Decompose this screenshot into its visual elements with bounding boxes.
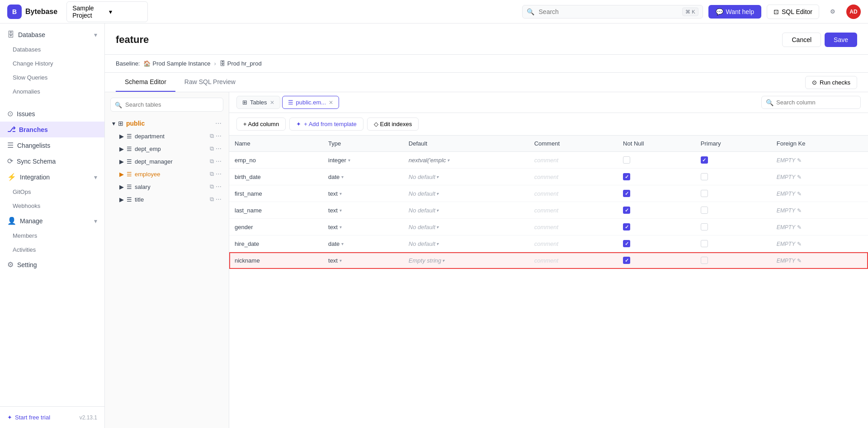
cell-default[interactable]: No default▾: [403, 235, 529, 252]
more-icon[interactable]: ⋯: [216, 158, 222, 165]
sidebar-item-integration[interactable]: ⚡ Integration ▾: [0, 169, 104, 185]
cell-name[interactable]: first_name: [229, 185, 323, 202]
edit-icon[interactable]: ✎: [797, 157, 802, 164]
cell-default[interactable]: No default▾: [403, 219, 529, 235]
cell-primary[interactable]: [695, 202, 771, 219]
cell-default[interactable]: Empty string▾: [403, 252, 529, 269]
checkbox-unchecked[interactable]: [701, 240, 708, 247]
cell-primary[interactable]: [695, 185, 771, 202]
type-chevron-icon[interactable]: ▾: [341, 174, 344, 179]
default-chevron-icon[interactable]: ▾: [447, 158, 449, 163]
default-chevron-icon[interactable]: ▾: [436, 225, 439, 230]
cell-primary[interactable]: [695, 169, 771, 185]
cell-comment[interactable]: comment: [529, 152, 618, 169]
cell-primary[interactable]: [695, 152, 771, 169]
type-chevron-icon[interactable]: ▾: [340, 258, 342, 263]
cell-type[interactable]: text▾: [323, 252, 403, 269]
tables-search-input[interactable]: [110, 98, 223, 112]
more-icon[interactable]: ⋯: [216, 145, 222, 152]
cancel-button[interactable]: Cancel: [782, 33, 821, 47]
copy-icon[interactable]: ⧉: [210, 158, 214, 165]
cell-name[interactable]: emp_no: [229, 152, 323, 169]
schema-more-icon[interactable]: ⋯: [215, 120, 222, 127]
table-item-title[interactable]: ▶ ☰ title ⧉ ⋯: [108, 193, 225, 206]
tables-tab-close[interactable]: ✕: [270, 99, 274, 106]
start-trial-link[interactable]: ✦ Start free trial: [7, 414, 50, 421]
tree-group-header-public[interactable]: ▾ ⊞ public ⋯: [108, 117, 225, 130]
cell-not-null[interactable]: [618, 219, 695, 235]
checkbox-unchecked[interactable]: [701, 257, 708, 264]
cell-comment[interactable]: comment: [529, 219, 618, 235]
add-column-button[interactable]: + Add column: [236, 118, 286, 131]
copy-icon[interactable]: ⧉: [210, 196, 214, 203]
sidebar-item-gitops[interactable]: GitOps: [0, 185, 104, 199]
sidebar-item-manage[interactable]: 👤 Manage ▾: [0, 213, 104, 229]
settings-button[interactable]: ⚙: [825, 4, 841, 20]
copy-icon[interactable]: ⧉: [210, 170, 214, 178]
edit-icon[interactable]: ✎: [797, 191, 802, 197]
cell-primary[interactable]: [695, 252, 771, 269]
cell-not-null[interactable]: [618, 252, 695, 269]
copy-icon[interactable]: ⧉: [210, 145, 214, 152]
table-tab-employee[interactable]: ☰ public.em... ✕: [282, 96, 339, 109]
cell-not-null[interactable]: [618, 169, 695, 185]
sidebar-item-members[interactable]: Members: [0, 229, 104, 243]
cell-comment[interactable]: comment: [529, 202, 618, 219]
cell-default[interactable]: No default▾: [403, 185, 529, 202]
table-item-salary[interactable]: ▶ ☰ salary ⧉ ⋯: [108, 180, 225, 193]
cell-type[interactable]: text▾: [323, 185, 403, 202]
cell-foreign-key[interactable]: EMPTY✎: [771, 235, 868, 252]
cell-foreign-key[interactable]: EMPTY✎: [771, 185, 868, 202]
cell-name[interactable]: nickname: [229, 252, 323, 269]
checkbox-checked[interactable]: [623, 257, 630, 264]
save-button[interactable]: Save: [825, 33, 857, 47]
checkbox-unchecked[interactable]: [701, 190, 708, 197]
cell-not-null[interactable]: [618, 202, 695, 219]
cell-foreign-key[interactable]: EMPTY✎: [771, 219, 868, 235]
cell-not-null[interactable]: [618, 235, 695, 252]
cell-name[interactable]: birth_date: [229, 169, 323, 185]
cell-type[interactable]: integer▾: [323, 152, 403, 169]
cell-type[interactable]: text▾: [323, 219, 403, 235]
sidebar-item-setting[interactable]: ⚙ Setting: [0, 257, 104, 273]
tab-schema-editor[interactable]: Schema Editor: [116, 73, 175, 92]
sidebar-item-sync-schema[interactable]: ⟳ Sync Schema: [0, 153, 104, 169]
default-chevron-icon[interactable]: ▾: [436, 208, 439, 213]
add-template-button[interactable]: ✦ + Add from template: [289, 118, 363, 131]
default-chevron-icon[interactable]: ▾: [442, 258, 444, 263]
sidebar-item-database[interactable]: 🗄 Database ▾: [0, 27, 104, 42]
sidebar-item-change-history[interactable]: Change History: [0, 56, 104, 71]
edit-icon[interactable]: ✎: [797, 241, 802, 247]
type-chevron-icon[interactable]: ▾: [340, 208, 342, 213]
checkbox-unchecked[interactable]: [701, 207, 708, 214]
search-input[interactable]: [522, 5, 703, 19]
cell-name[interactable]: gender: [229, 219, 323, 235]
type-chevron-icon[interactable]: ▾: [340, 225, 342, 230]
avatar[interactable]: AD: [846, 5, 861, 19]
cell-primary[interactable]: [695, 219, 771, 235]
checkbox-checked[interactable]: [623, 223, 630, 230]
cell-comment[interactable]: comment: [529, 169, 618, 185]
cell-foreign-key[interactable]: EMPTY✎: [771, 202, 868, 219]
cell-type[interactable]: date▾: [323, 235, 403, 252]
default-chevron-icon[interactable]: ▾: [436, 241, 439, 246]
edit-icon[interactable]: ✎: [797, 174, 802, 180]
table-item-employee[interactable]: ▶ ☰ employee ⧉ ⋯: [108, 168, 225, 180]
copy-icon[interactable]: ⧉: [210, 132, 214, 140]
cell-type[interactable]: text▾: [323, 202, 403, 219]
cell-name[interactable]: hire_date: [229, 235, 323, 252]
cell-default[interactable]: No default▾: [403, 169, 529, 185]
cell-default[interactable]: No default▾: [403, 202, 529, 219]
sidebar-item-changelists[interactable]: ☰ Changelists: [0, 137, 104, 153]
edit-icon[interactable]: ✎: [797, 224, 802, 230]
more-icon[interactable]: ⋯: [216, 196, 222, 203]
run-checks-button[interactable]: ⊙ Run checks: [805, 76, 857, 89]
table-item-dept_emp[interactable]: ▶ ☰ dept_emp ⧉ ⋯: [108, 142, 225, 155]
checkbox-checked[interactable]: [623, 173, 630, 180]
cell-foreign-key[interactable]: EMPTY✎: [771, 169, 868, 185]
sidebar-item-anomalies[interactable]: Anomalies: [0, 85, 104, 99]
cell-not-null[interactable]: [618, 152, 695, 169]
default-chevron-icon[interactable]: ▾: [436, 174, 439, 179]
column-search-input[interactable]: [761, 96, 861, 109]
project-selector[interactable]: Sample Project ▾: [66, 1, 148, 22]
